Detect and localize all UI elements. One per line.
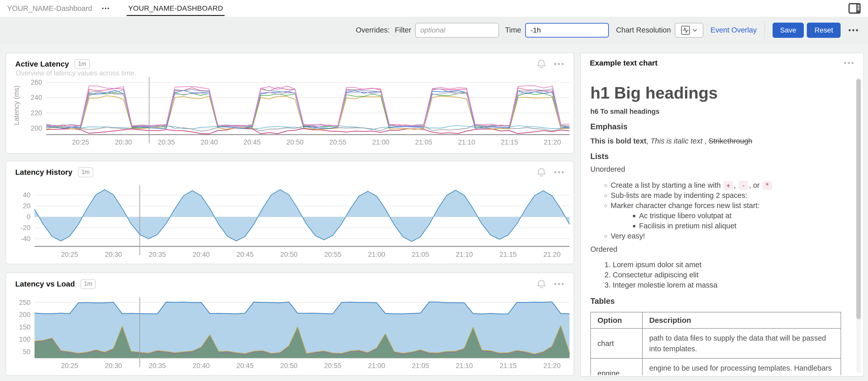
sub-list-item: Facilisis in pretium nisl aliquet [639, 221, 852, 231]
svg-text:150: 150 [19, 323, 30, 331]
svg-text:20:35: 20:35 [149, 362, 166, 370]
svg-text:20:50: 20:50 [286, 139, 304, 146]
md-unordered-label: Unordered [590, 165, 852, 174]
svg-text:21:10: 21:10 [456, 251, 473, 258]
list-item: Marker character change forces new list … [611, 200, 852, 231]
table-row: engine engine to be used for processing … [591, 358, 841, 375]
svg-text:20:40: 20:40 [193, 362, 210, 370]
svg-text:40: 40 [23, 191, 30, 199]
md-tables-heading: Tables [590, 297, 852, 306]
chart-header: Active Latency 1m ••• [6, 53, 574, 69]
svg-text:20:40: 20:40 [200, 139, 218, 146]
time-input[interactable] [525, 23, 609, 37]
svg-text:21:20: 21:20 [544, 139, 561, 146]
chart-menu-icon[interactable]: ••• [554, 170, 565, 175]
text-chart-title: Example text chart [590, 59, 658, 67]
svg-text:-20: -20 [21, 224, 30, 232]
reset-button[interactable]: Reset [807, 23, 841, 38]
chart-menu-icon[interactable]: ••• [554, 282, 565, 287]
svg-text:21:05: 21:05 [415, 139, 432, 146]
breadcrumb-menu-icon[interactable]: ••• [102, 5, 110, 12]
list-item: Create a list by starting a line with +,… [611, 180, 852, 190]
svg-text:21:00: 21:00 [368, 251, 385, 258]
chart-header: Latency vs Load 1m ••• [6, 273, 574, 289]
alert-bell-icon[interactable] [536, 167, 547, 178]
svg-text:220: 220 [31, 109, 42, 117]
svg-text:20:45: 20:45 [237, 251, 254, 258]
resolution-badge: 1m [81, 279, 96, 289]
table-header-row: Option Description [591, 312, 841, 328]
code-plus: + [723, 181, 734, 190]
chart-card-active-latency: Active Latency 1m ••• Overview of latenc… [6, 53, 574, 154]
svg-text:0: 0 [27, 213, 30, 221]
code-minus: - [738, 181, 748, 190]
text-chart-card: Example text chart ••• h1 Big headings h… [580, 53, 864, 377]
alert-bell-icon[interactable] [536, 59, 547, 69]
svg-text:20:40: 20:40 [193, 251, 210, 258]
code-asterisk: * [762, 181, 772, 190]
svg-text:20:30: 20:30 [105, 251, 122, 258]
svg-text:21:15: 21:15 [499, 251, 517, 258]
breadcrumb[interactable]: YOUR_NAME-Dashboard [7, 4, 92, 13]
svg-text:20:30: 20:30 [115, 139, 132, 146]
chevron-down-icon [692, 28, 698, 32]
svg-text:20:25: 20:25 [61, 362, 78, 370]
save-button[interactable]: Save [773, 23, 804, 38]
chart-menu-icon[interactable]: ••• [554, 61, 565, 66]
chart-header: Latency History 1m ••• [6, 161, 574, 178]
md-ordered-label: Ordered [590, 245, 852, 254]
svg-text:20:25: 20:25 [72, 139, 89, 146]
chart-title: Latency vs Load [15, 280, 75, 288]
svg-text:21:15: 21:15 [501, 139, 518, 146]
toolbar-overflow-menu-icon[interactable]: ••• [848, 26, 859, 34]
chart-menu-icon[interactable]: ••• [844, 60, 855, 65]
alert-bell-icon[interactable] [536, 279, 547, 289]
svg-text:20:25: 20:25 [61, 251, 78, 258]
overrides-label: Overrides: [356, 26, 390, 34]
svg-text:21:05: 21:05 [412, 251, 429, 258]
table-row: chart path to data files to supply the d… [591, 328, 841, 358]
list-item: Very easy! [611, 231, 852, 241]
svg-text:21:20: 21:20 [544, 362, 561, 370]
md-h1: h1 Big headings [590, 84, 852, 102]
right-panel-toggle-icon[interactable] [848, 3, 861, 14]
md-h6: h6 To small headings [590, 108, 852, 116]
md-lists-heading: Lists [590, 152, 852, 161]
sub-list-item: Ac tristique libero volutpat at [639, 211, 852, 221]
svg-text:21:05: 21:05 [412, 362, 429, 370]
md-table: Option Description chart path to data fi… [590, 312, 841, 375]
table-header-description: Description [642, 312, 841, 328]
svg-text:20:35: 20:35 [149, 251, 166, 258]
markdown-body: h1 Big headings h6 To small headings Emp… [581, 77, 852, 375]
filter-input[interactable] [415, 23, 499, 37]
md-emphasis-line: This is bold text, This is italic text ,… [590, 137, 852, 145]
svg-text:20: 20 [23, 202, 30, 210]
chart-card-latency-history: Latency History 1m ••• -40-200204020:252… [6, 161, 574, 264]
time-label: Time [505, 26, 521, 34]
svg-text:21:20: 21:20 [544, 251, 561, 258]
svg-text:250: 250 [19, 299, 30, 306]
md-unordered-list: Create a list by starting a line with +,… [590, 180, 852, 241]
svg-text:240: 240 [31, 94, 42, 101]
scrollbar-thumb[interactable] [856, 79, 861, 319]
toolbar-divider [765, 22, 765, 39]
chart-title: Active Latency [15, 60, 69, 68]
chart-resolution-label: Chart Resolution [616, 26, 671, 34]
filter-label: Filter [395, 26, 411, 34]
svg-text:20:30: 20:30 [105, 362, 122, 370]
dashboard-page: YOUR_NAME-Dashboard ••• YOUR_NAME-DASHBO… [0, 0, 868, 381]
resolution-badge: 1m [78, 167, 93, 177]
event-overlay-link[interactable]: Event Overlay [710, 26, 756, 34]
list-item: Sub-lists are made by indenting 2 spaces… [611, 190, 852, 200]
svg-text:200: 200 [31, 124, 42, 132]
top-bar: YOUR_NAME-Dashboard ••• YOUR_NAME-DASHBO… [0, 0, 868, 17]
md-sub-list: Ac tristique libero volutpat at Facilisi… [611, 211, 852, 231]
chart-resolution-dropdown[interactable] [675, 23, 703, 37]
chart-header: Example text chart ••• [581, 53, 863, 67]
svg-text:20:50: 20:50 [280, 362, 298, 370]
svg-text:21:00: 21:00 [368, 362, 385, 370]
svg-text:100: 100 [19, 335, 30, 343]
svg-text:260: 260 [31, 79, 42, 86]
tab-dashboard[interactable]: YOUR_NAME-DASHBOARD [127, 1, 225, 16]
chart-title: Latency History [15, 168, 72, 177]
